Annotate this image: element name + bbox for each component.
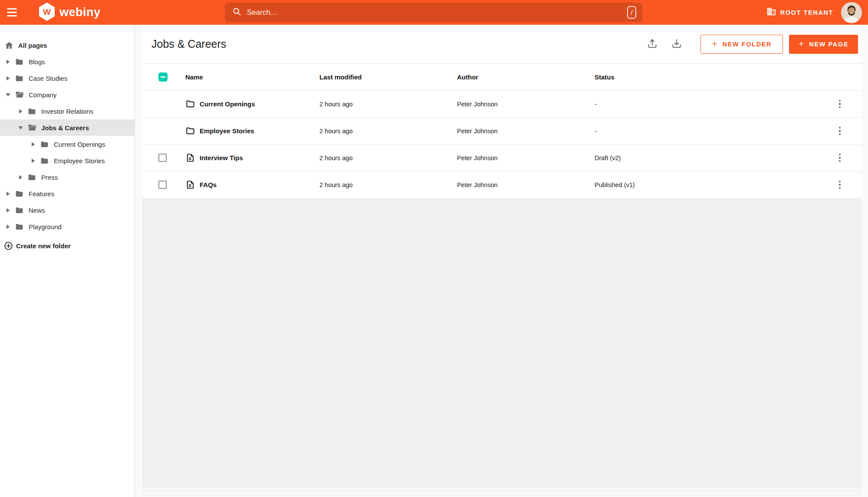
- import-button[interactable]: [643, 35, 661, 53]
- top-bar: W webiny / ROOT TENANT: [0, 0, 868, 25]
- caret-right-icon[interactable]: [30, 158, 36, 163]
- folder-closed-icon: [27, 172, 37, 182]
- caret-right-icon[interactable]: [30, 142, 36, 147]
- folder-closed-icon: [15, 73, 24, 83]
- caret-right-icon[interactable]: [4, 208, 11, 213]
- caret-right-icon[interactable]: [4, 76, 11, 81]
- sidebar-item-company[interactable]: Company: [0, 86, 135, 103]
- column-header-status[interactable]: Status: [595, 73, 818, 81]
- row-actions-kebab-icon[interactable]: [836, 151, 844, 165]
- caret-right-icon[interactable]: [4, 224, 11, 229]
- cell-author: Peter Johnson: [457, 128, 595, 135]
- search-icon: [232, 7, 241, 18]
- folder-closed-icon: [15, 57, 24, 66]
- cell-last-modified: 2 hours ago: [319, 181, 457, 188]
- row-name-label: Interview Tips: [200, 154, 243, 161]
- sidebar-item-investor-relations[interactable]: Investor Relations: [0, 103, 135, 119]
- folder-closed-icon: [15, 205, 24, 215]
- sidebar-item-label: Company: [29, 91, 56, 99]
- sidebar-item-current-openings[interactable]: Current Openings: [0, 136, 135, 152]
- sidebar-item-label: Employee Stories: [54, 157, 105, 165]
- sidebar-item-label: News: [29, 207, 45, 214]
- folder-closed-icon: [15, 222, 24, 231]
- page-title: Jobs & Careers: [151, 38, 226, 50]
- column-header-name[interactable]: Name: [185, 73, 319, 81]
- plus-icon: +: [712, 39, 717, 48]
- row-checkbox[interactable]: [158, 181, 167, 189]
- table-row[interactable]: Current Openings2 hours agoPeter Johnson…: [142, 91, 861, 118]
- sidebar-item-jobs-careers[interactable]: Jobs & Careers: [0, 119, 135, 136]
- export-button[interactable]: [667, 35, 686, 53]
- row-actions-kebab-icon[interactable]: [836, 97, 844, 111]
- sidebar-item-features[interactable]: Features: [0, 185, 135, 202]
- cell-author: Peter Johnson: [457, 101, 595, 108]
- column-header-author[interactable]: Author: [457, 73, 595, 81]
- sidebar-item-blogs[interactable]: Blogs: [0, 53, 135, 70]
- sidebar-item-label: Jobs & Careers: [41, 124, 89, 132]
- create-new-folder-label: Create new folder: [16, 242, 71, 250]
- folder-closed-icon: [40, 139, 49, 149]
- row-actions-kebab-icon[interactable]: [836, 178, 844, 192]
- sidebar-item-news[interactable]: News: [0, 202, 135, 218]
- tenant-selector[interactable]: ROOT TENANT: [766, 7, 833, 18]
- caret-down-icon[interactable]: [4, 93, 11, 97]
- building-icon: [766, 7, 776, 18]
- cell-status: Draft (v2): [595, 155, 818, 161]
- cell-name[interactable]: FAQs: [185, 180, 319, 190]
- folder-open-icon: [27, 123, 37, 132]
- cell-name[interactable]: Employee Stories: [185, 126, 319, 136]
- main-content: Jobs & Careers: [135, 25, 868, 497]
- cell-name[interactable]: Interview Tips: [185, 153, 319, 163]
- column-header-modified[interactable]: Last modified: [319, 73, 457, 81]
- sidebar-item-label: Playground: [29, 223, 62, 230]
- table-row[interactable]: FAQs2 hours agoPeter JohnsonPublished (v…: [142, 171, 861, 198]
- create-new-folder-button[interactable]: Create new folder: [0, 237, 135, 254]
- content-panel: Jobs & Careers: [142, 25, 861, 488]
- sidebar-item-label: Current Openings: [54, 141, 105, 148]
- document-icon: [185, 153, 195, 163]
- document-icon: [185, 180, 195, 190]
- sidebar-item-label: Press: [41, 174, 58, 181]
- table-row[interactable]: Employee Stories2 hours agoPeter Johnson…: [142, 118, 861, 145]
- cell-status: -: [595, 101, 818, 108]
- select-all-checkbox[interactable]: [158, 72, 168, 82]
- new-page-button[interactable]: + NEW PAGE: [789, 35, 858, 54]
- sidebar-item-case-studies[interactable]: Case Studies: [0, 70, 135, 86]
- row-actions-kebab-icon[interactable]: [836, 124, 844, 138]
- upload-icon: [647, 38, 658, 51]
- global-search[interactable]: /: [225, 3, 642, 22]
- new-folder-button[interactable]: + NEW FOLDER: [700, 35, 783, 54]
- sidebar-item-label: Blogs: [29, 58, 45, 66]
- svg-text:W: W: [43, 7, 51, 16]
- folder-closed-icon: [27, 106, 37, 116]
- tenant-label: ROOT TENANT: [780, 9, 833, 16]
- caret-down-icon[interactable]: [17, 126, 24, 130]
- table-row[interactable]: Interview Tips2 hours agoPeter JohnsonDr…: [142, 145, 861, 171]
- page-toolbar: Jobs & Careers: [142, 25, 861, 64]
- home-icon: [4, 40, 14, 50]
- folder-closed-icon: [40, 156, 49, 165]
- cell-last-modified: 2 hours ago: [319, 128, 457, 135]
- sidebar-item-label: Investor Relations: [41, 108, 93, 115]
- caret-right-icon[interactable]: [17, 109, 24, 114]
- webiny-logo[interactable]: W webiny: [38, 0, 101, 25]
- row-checkbox[interactable]: [158, 154, 167, 162]
- sidebar-item-all-pages[interactable]: All pages: [0, 37, 135, 53]
- row-name-label: FAQs: [200, 181, 217, 188]
- plus-circle-icon: [4, 241, 13, 250]
- table-header-row: Name Last modified Author Status: [142, 64, 861, 91]
- sidebar-item-playground[interactable]: Playground: [0, 218, 135, 235]
- sidebar-item-label: Features: [29, 190, 54, 197]
- sidebar-item-press[interactable]: Press: [0, 169, 135, 185]
- horizontal-scrollbar-track[interactable]: [142, 490, 861, 496]
- caret-right-icon[interactable]: [4, 59, 11, 64]
- menu-icon[interactable]: [7, 0, 27, 25]
- search-input[interactable]: [247, 8, 627, 17]
- user-avatar[interactable]: [841, 2, 862, 23]
- cell-name[interactable]: Current Openings: [185, 99, 319, 109]
- sidebar-item-label: All pages: [18, 42, 47, 49]
- folder-open-icon: [15, 90, 24, 99]
- caret-right-icon[interactable]: [17, 175, 24, 180]
- sidebar-item-employee-stories[interactable]: Employee Stories: [0, 152, 135, 169]
- caret-right-icon[interactable]: [4, 191, 11, 196]
